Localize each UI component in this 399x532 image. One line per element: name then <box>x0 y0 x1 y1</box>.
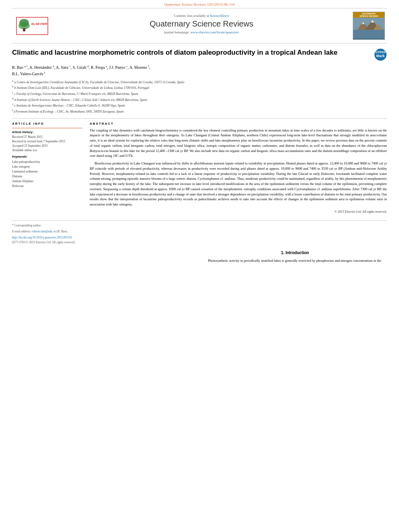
svg-text:Cross: Cross <box>375 50 386 54</box>
journal-cover: QUATERNARYSCIENCE REVIEWS <box>353 12 385 40</box>
intro-col-left <box>12 251 196 265</box>
elsevier-logo: ELSEVIER <box>16 17 48 35</box>
article-title: Climatic and lacustrine morphometric con… <box>12 48 370 57</box>
introduction-title: 1. Introduction <box>203 251 387 255</box>
keyword-1: Lake paleoproductivity <box>12 160 82 164</box>
sciencedirect-link[interactable]: ScienceDirect <box>210 14 229 18</box>
introduction-text: Photosynthetic activity in periodically … <box>203 258 387 263</box>
keywords-heading: Keywords: <box>12 155 82 158</box>
keyword-3: Laminated sediments <box>12 169 82 174</box>
affiliation-c: c c Faculty of Geology, Universitat de B… <box>12 90 387 97</box>
cover-top-bar: QUATERNARYSCIENCE REVIEWS <box>353 12 385 18</box>
article-received: Received 27 March 2015 Received in revis… <box>12 135 82 153</box>
affiliation-a: a a Centro de Investigacións Científicas… <box>12 79 387 85</box>
svg-text:Mark: Mark <box>376 54 385 58</box>
email-suffix: (R. Bao). <box>57 230 68 233</box>
keyword-5: Andean Altiplano <box>12 179 82 184</box>
authors-line: R. Bao a,*, A. Hernández b, A. Sáez c, S… <box>12 64 387 77</box>
keyword-2: Lake ontogeny <box>12 164 82 169</box>
issn-text: 0277-3791/© 2015 Elsevier Ltd. All right… <box>12 240 75 244</box>
intro-paragraph-1: Photosynthetic activity in periodically … <box>203 258 387 263</box>
corresponding-author-note: * Corresponding author. <box>12 223 75 228</box>
email-label: E-mail address: <box>12 230 31 233</box>
introduction-columns: 1. Introduction Photosynthetic activity … <box>12 251 387 265</box>
journal-citation: Quaternary Science Reviews 129 (2015) 96… <box>165 2 235 6</box>
journal-cover-area: QUATERNARYSCIENCE REVIEWS <box>351 12 387 40</box>
article-area: Climatic and lacustrine morphometric con… <box>12 48 387 214</box>
article-info-box: Article history: Received 27 March 2015 … <box>12 128 82 189</box>
journal-homepage: journal homepage: www.elsevier.com/locat… <box>60 30 343 34</box>
svg-rect-7 <box>353 30 385 39</box>
elsevier-logo-area: ELSEVIER <box>12 12 52 40</box>
affiliation-b: b b Instituto Dom Luiz (IDL), Faculdade … <box>12 84 387 90</box>
keywords-list: Lake paleoproductivity Lake ontogeny Lam… <box>12 160 82 189</box>
journal-title-area: Contents lists available at ScienceDirec… <box>56 12 347 40</box>
journal-title: Quaternary Science Reviews <box>60 19 343 29</box>
article-info-column: ARTICLE INFO Article history: Received 2… <box>12 122 82 214</box>
cover-image <box>353 18 385 39</box>
affiliation-f: f f Pyrenean Institute of Ecology – CSIC… <box>12 108 387 114</box>
keyword-4: Diatoms <box>12 174 82 179</box>
email-line: E-mail address: roberto.bao@udc.es (R. B… <box>12 229 75 234</box>
abstract-paragraph-2: Biosiliceous productivity in Lake Chunga… <box>90 161 387 207</box>
abstract-heading: ABSTRACT <box>90 122 387 125</box>
affiliations: a a Centro de Investigacións Científicas… <box>12 79 387 114</box>
author-bao: R. Bao a,*, A. Hernández b, A. Sáez c, S… <box>12 65 150 76</box>
svg-text:ELSEVIER: ELSEVIER <box>31 22 47 26</box>
introduction-area: 1. Introduction Photosynthetic activity … <box>12 251 387 265</box>
abstract-paragraph-1: The coupling of lake dynamics with catch… <box>90 128 387 159</box>
affiliation-e: e e Instituto de Investigaciones Marinas… <box>12 102 387 108</box>
article-body-columns: ARTICLE INFO Article history: Received 2… <box>12 122 387 214</box>
svg-rect-3 <box>23 28 25 31</box>
homepage-link[interactable]: www.elsevier.com/locate/quascirev <box>191 30 239 34</box>
keyword-6: Holocene <box>12 184 82 189</box>
article-history-title: Article history: <box>12 130 82 134</box>
intro-col-right: 1. Introduction Photosynthetic activity … <box>203 251 387 265</box>
journal-header: ELSEVIER Contents lists available at Sci… <box>12 8 387 43</box>
footer-area: * Corresponding author. E-mail address: … <box>12 220 387 244</box>
cover-journal-name: QUATERNARYSCIENCE REVIEWS <box>360 12 378 17</box>
abstract-column: ABSTRACT The coupling of lake dynamics w… <box>90 122 387 214</box>
top-bar: Quaternary Science Reviews 129 (2015) 96… <box>0 0 399 8</box>
article-title-section: Climatic and lacustrine morphometric con… <box>12 48 370 60</box>
sciencedirect-info: Contents lists available at ScienceDirec… <box>60 14 343 18</box>
copyright-notice: © 2015 Elsevier Ltd. All rights reserved… <box>90 210 387 214</box>
doi-link[interactable]: http://dx.doi.org/10.1016/j.quascirev.20… <box>12 236 72 239</box>
footer-left-content: * Corresponding author. E-mail address: … <box>12 223 75 244</box>
doi-line: http://dx.doi.org/10.1016/j.quascirev.20… <box>12 235 75 240</box>
affiliation-d: d d Institute of Earth Sciences Jaume Al… <box>12 97 387 103</box>
abstract-body: The coupling of lake dynamics with catch… <box>90 128 387 214</box>
section-divider <box>12 118 387 119</box>
crossmark-icon[interactable]: Cross Mark <box>374 48 387 61</box>
email-link[interactable]: roberto.bao@udc.es <box>32 230 56 233</box>
issn-line: 0277-3791/© 2015 Elsevier Ltd. All right… <box>12 240 75 244</box>
article-title-row: Climatic and lacustrine morphometric con… <box>12 48 387 61</box>
article-info-heading: ARTICLE INFO <box>12 122 82 125</box>
